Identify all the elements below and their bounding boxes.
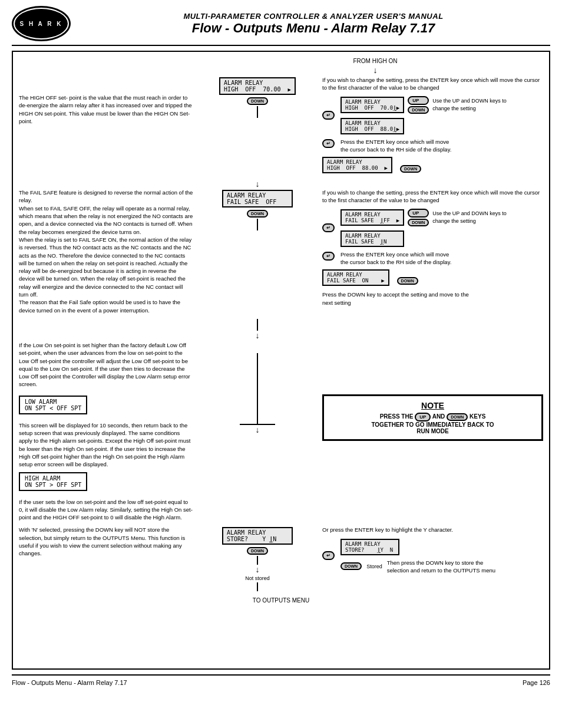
btn-down-7[interactable]: DOWN — [340, 562, 362, 570]
section-low-alarm: If the Low On set-point is set higher th… — [19, 341, 543, 521]
press-enter-rh-text: Press the ENTER key once which will move… — [340, 138, 458, 154]
vert-line-4 — [257, 556, 258, 565]
high-alarm-error-box: HIGH ALARMON SPT > OFF SPT — [19, 472, 87, 491]
vert-line-2 — [257, 219, 258, 230]
high-off-right: If you wish to change the setting, press… — [316, 76, 543, 174]
arrow-section-1-2: ↓ — [199, 179, 543, 189]
high-off-desc-text: The HIGH OFF set- point is the value tha… — [19, 94, 194, 125]
screen-fail-safe-2: ALARM RELAYFAIL SAFE |FF ▶ — [340, 209, 404, 226]
btn-enter-1[interactable]: ↵ — [322, 111, 335, 120]
btn-enter-store[interactable]: ↵ — [322, 551, 335, 560]
fail-safe-screens-right: ALARM RELAYFAIL SAFE |FF ▶ UP DOWN Use t… — [340, 208, 509, 248]
btn-up-note[interactable]: UP — [415, 413, 431, 421]
high-off-desc-col: The HIGH OFF set- point is the value tha… — [19, 76, 199, 125]
section-store: With 'N' selected, pressing the DOWN key… — [19, 526, 543, 591]
change-setting-1-text: If you wish to change the setting, press… — [322, 76, 543, 92]
section-fail-safe: The FAIL SAFE feature is designed to rev… — [19, 189, 543, 314]
main-content-box: FROM HIGH ON ↓ The HIGH OFF set- point i… — [12, 51, 550, 670]
screen-fail-safe-1: ALARM RELAYFAIL SAFE OFF — [222, 190, 293, 207]
store-y-row: ↵ ALARM RELAYSTORE? |Y N DOWN Stored The… — [322, 538, 543, 575]
use-up-down-text-2: Use the UP and DOWN keys to change the s… — [432, 210, 509, 225]
low-alarm-desc-text: If the Low On set-point is set higher th… — [19, 341, 194, 388]
btn-down-4[interactable]: DOWN — [247, 210, 268, 218]
from-arrow: ↓ — [207, 65, 543, 75]
vert-line-5 — [257, 582, 258, 591]
logo: S H A R K — [12, 6, 71, 41]
btn-down-6[interactable]: DOWN — [397, 277, 418, 285]
low-alarm-center: ↓ — [199, 341, 316, 434]
vert-line-3 — [257, 353, 258, 424]
footer-right: Page 126 — [523, 679, 550, 686]
btn-enter-3[interactable]: ↵ — [322, 223, 335, 232]
press-enter-rh-2-row: ↵ Press the ENTER key once which will mo… — [322, 251, 543, 266]
page-footer: Flow - Outputs Menu - Alarm Relay 7.17 P… — [12, 674, 550, 686]
fail-safe-screen-2-row: ALARM RELAYFAIL SAFE |FF ▶ UP DOWN Use t… — [340, 208, 509, 227]
screen-3-row: ALARM RELAYHIGH OFF 88.0|▶ — [340, 117, 509, 136]
high-off-center: ALARM RELAYHIGH OFF 70.00 ▶ DOWN — [199, 76, 316, 118]
btn-up-1[interactable]: UP — [408, 96, 429, 105]
low-alarm-error-box: LOW ALARMON SPT < OFF SPT — [19, 396, 87, 414]
header-subtitle: MULTI-PARAMETER CONTROLLER & ANALYZER US… — [77, 12, 550, 21]
up-down-btns-2: UP DOWN — [408, 209, 429, 226]
up-down-btns-1: UP DOWN — [408, 96, 429, 114]
to-label: TO OUTPUTS MENU — [19, 597, 543, 604]
high-off-screen-row: ↵ ALARM RELAYHIGH OFF 70.0|▶ UP DOWN Use… — [322, 95, 543, 136]
low-alarm-screen-desc-text: This screen will be displayed for 10 sec… — [19, 421, 194, 469]
page-header: S H A R K MULTI-PARAMETER CONTROLLER & A… — [12, 6, 550, 46]
screen-2-row: ALARM RELAYHIGH OFF 70.0|▶ UP DOWN Use t… — [340, 95, 509, 114]
stored-label: Stored — [366, 564, 382, 569]
fail-safe-desc-text: The FAIL SAFE feature is designed to rev… — [19, 189, 194, 314]
btn-down-note[interactable]: DOWN — [447, 413, 468, 421]
btn-up-2[interactable]: UP — [408, 209, 429, 218]
press-enter-rh-row: ↵ Press the ENTER key once which will mo… — [322, 138, 543, 154]
fail-safe-screen-row: ↵ ALARM RELAYFAIL SAFE |FF ▶ UP DOWN Use… — [322, 208, 543, 248]
store-desc-col: With 'N' selected, pressing the DOWN key… — [19, 526, 199, 557]
use-up-down-text: Use the UP and DOWN keys to change the s… — [432, 97, 509, 112]
low-alarm-right: NOTE PRESS THE UP AND DOWN KEYS TOGETHER… — [316, 341, 543, 441]
btn-down-2[interactable]: DOWN — [408, 106, 429, 114]
screen-high-off-4-row: ALARM RELAYHIGH OFF 88.00 ▶ DOWN — [322, 156, 543, 174]
low-alarm-desc-col: If the Low On set-point is set higher th… — [19, 341, 199, 521]
logo-text: S H A R K — [20, 21, 63, 27]
screen-fail-safe-4: ALARM RELAYFAIL SAFE ON ▶ — [322, 269, 389, 286]
screen-store-n: ALARM RELAYSTORE? Y |N — [222, 527, 293, 545]
then-store-text: Then press the DOWN key to store the sel… — [387, 559, 505, 575]
high-alarm-screen-desc-text: If the user sets the low on set-point an… — [19, 498, 194, 522]
highlight-y-text: Or press the ENTER key to highlight the … — [322, 526, 543, 533]
note-box: NOTE PRESS THE UP AND DOWN KEYS TOGETHER… — [322, 394, 543, 441]
arrow-section-2-3: ↓ — [199, 319, 543, 340]
btn-down-store[interactable]: DOWN — [247, 547, 268, 555]
change-setting-2-text: If you wish to change the setting, press… — [322, 189, 543, 205]
high-off-screens-right: ALARM RELAYHIGH OFF 70.0|▶ UP DOWN Use t… — [340, 95, 509, 136]
header-title: Flow - Outputs Menu - Alarm Relay 7.17 — [77, 21, 550, 36]
enter-btn-group-1: ↵ — [322, 111, 335, 120]
fail-safe-screen-4-row: ALARM RELAYFAIL SAFE ON ▶ DOWN — [322, 268, 543, 287]
btn-down-5[interactable]: DOWN — [408, 219, 429, 226]
logo-inner: S H A R K — [15, 9, 68, 38]
store-y-screen-group: ALARM RELAYSTORE? |Y N DOWN Stored Then … — [340, 538, 505, 575]
header-titles: MULTI-PARAMETER CONTROLLER & ANALYZER US… — [71, 12, 550, 36]
store-desc-text: With 'N' selected, pressing the DOWN key… — [19, 526, 194, 557]
store-right: Or press the ENTER key to highlight the … — [316, 526, 543, 574]
section-high-off: The HIGH OFF set- point is the value tha… — [19, 76, 543, 174]
page-wrapper: S H A R K MULTI-PARAMETER CONTROLLER & A… — [0, 0, 562, 728]
fail-safe-right: If you wish to change the setting, press… — [316, 189, 543, 307]
store-down-row: DOWN Stored Then press the DOWN key to s… — [340, 559, 505, 575]
btn-enter-4[interactable]: ↵ — [322, 252, 335, 261]
fail-safe-desc-col: The FAIL SAFE feature is designed to rev… — [19, 189, 199, 314]
not-stored-label: Not stored — [245, 575, 270, 581]
fail-safe-screen-3-row: ALARM RELAYFAIL SAFE |N — [340, 229, 509, 248]
screen-fail-safe-3: ALARM RELAYFAIL SAFE |N — [340, 230, 404, 247]
btn-down-3[interactable]: DOWN — [400, 165, 421, 173]
screen-store-y: ALARM RELAYSTORE? |Y N — [340, 539, 399, 555]
note-content: PRESS THE UP AND DOWN KEYS TOGETHER TO G… — [331, 413, 534, 434]
footer-left: Flow - Outputs Menu - Alarm Relay 7.17 — [12, 679, 127, 686]
screen-high-off-1: ALARM RELAYHIGH OFF 70.00 ▶ — [219, 77, 296, 95]
btn-enter-2[interactable]: ↵ — [322, 139, 335, 148]
screen-high-off-4: ALARM RELAYHIGH OFF 88.00 ▶ — [322, 157, 392, 173]
fail-safe-center: ALARM RELAYFAIL SAFE OFF DOWN — [199, 189, 316, 230]
vert-line-1 — [257, 106, 258, 118]
screen-high-off-2: ALARM RELAYHIGH OFF 70.0|▶ — [340, 97, 404, 113]
note-title: NOTE — [331, 401, 534, 410]
btn-down-1[interactable]: DOWN — [247, 97, 268, 105]
